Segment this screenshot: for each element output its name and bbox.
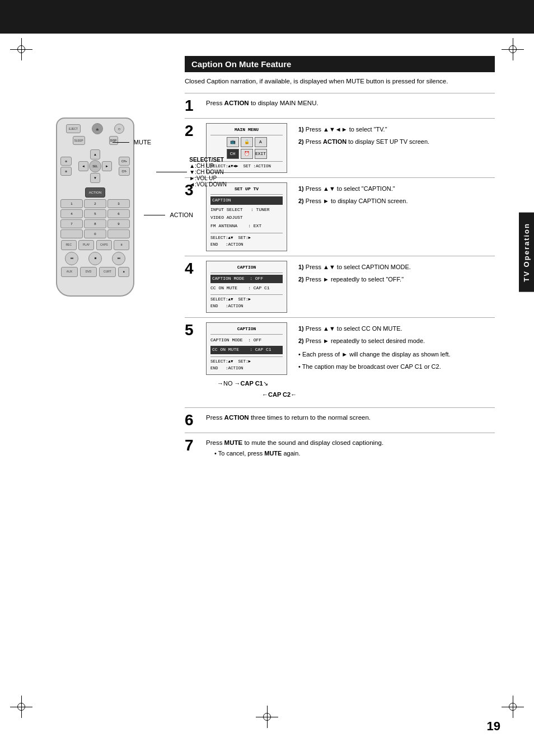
step-3-instructions: 1) Press ▲▼ to select "CAPTION." 2) Pres… [298,182,408,208]
cap-diagram: →NO →CAP C1↘ ←CAP C2← [217,378,495,401]
step-3-content: SET UP TV CAPTION INPUT SELECT : TUNER V… [206,182,495,251]
dpad-up: ▲ [90,149,100,159]
corner-mark-bl [10,696,32,718]
label-select-set: SELECT/SET [189,157,227,163]
top-bar [0,0,534,34]
remote-bottom-btns2: ⏮ ⏹ ⏭ [60,252,130,265]
screen-icon-clock: ⏰ [241,149,253,159]
center-bottom-mark [256,706,278,728]
step-1: 1 Press ACTION to display MAIN MENU. [185,93,495,118]
label-ch-down: ▼:CH DOWN [189,169,227,175]
step-5-instructions: 1) Press ▲▼ to select CC ON MUTE. 2) Pre… [298,322,451,373]
screen-setup-tv-bottom: SELECT:▲▼ SET:►END :ACTION [210,233,283,248]
corner-mark-tr [502,38,524,60]
remote-btn-eject2: ⏏ [92,123,103,134]
step-5-content: CAPTION CAPTION MODE : OFF CC ON MUTE : … [206,322,495,403]
label-vol-up: ►:VOL UP [189,175,227,181]
screen-cc-on-mute-highlight: CC ON MUTE : CAP C1 [210,346,283,354]
dpad-left: ◄ [78,161,88,171]
screen-icon-exit: EXIT [255,149,267,159]
remote-numpad: 123 456 789 0 [60,199,130,238]
screen-icon-tv: 📺 [227,137,239,147]
screen-caption-highlight: CAPTION [210,196,283,205]
screen-caption-mode-5: CAPTION MODE : OFF [210,336,283,345]
mute-label: MUTE [134,139,151,145]
mute-label-container: MUTE [113,139,151,145]
screen-icon-ch: CH [227,149,239,159]
step-2: 2 MAIN MENU 📺 🔒 A CH [185,118,495,177]
remote-btn-right-top: CH+ [119,157,130,166]
step-7: 7 Press MUTE to mute the sound and displ… [185,433,495,463]
dpad-center: SEL [89,160,101,172]
step-5-number: 5 [185,322,200,338]
remote-control: EJECT ⏏ ○ SLEEP DISP ⊕ ⊗ [42,118,148,297]
step-7-number: 7 [185,438,200,453]
page-number: 19 [487,719,500,734]
step-1-content: Press ACTION to display MAIN MENU. [206,98,495,108]
remote-btn-mute: ○ [114,124,124,134]
screen-video-adjust: VIDEO ADJUST [210,214,283,222]
label-ch-up: ▲:CH UP [189,163,227,169]
action-label: ACTION [170,212,193,218]
remote-dpad: ▲ ▼ ◄ ► SEL [78,149,112,183]
step-7-content: Press MUTE to mute the sound and display… [206,438,495,458]
remote-btn-sleep: SLEEP [73,136,85,145]
step-2-instructions: 1) Press ▲▼◄► to select "TV." 2) Press A… [298,123,429,149]
step-4-content: CAPTION CAPTION MODE : OFF CC ON MUTE : … [206,261,495,313]
remote-last-row: AUX DVD CURT ■ [60,267,130,277]
screen-icon-lang: A [255,137,267,147]
step-4-instructions: 1) Press ▲▼ to select CAPTION MODE. 2) P… [298,261,411,287]
remote-btn-left-bot: ⊗ [60,167,72,176]
select-set-labels: SELECT/SET ▲:CH UP ▼:CH DOWN ►:VOL UP ◄:… [156,157,227,187]
screen-caption-mode-highlight: CAPTION MODE : OFF [210,275,283,283]
step-4: 4 CAPTION CAPTION MODE : OFF CC ON MUTE … [185,256,495,317]
screen-icon-lock: 🔒 [241,137,253,147]
step-6: 6 Press ACTION three times to return to … [185,407,495,433]
screen-input-select: INPUT SELECT : TUNER [210,206,283,214]
remote-btn-eject: EJECT [66,124,81,133]
remote-btn-left-top: ⊕ [60,157,72,166]
screen-caption-5-bottom: SELECT:▲▼ SET:►END :ACTION [210,356,283,372]
screen-caption-4-bottom: SELECT:▲▼ SET:►END :ACTION [210,294,283,309]
step-1-number: 1 [185,98,200,114]
step-6-content: Press ACTION three times to return to th… [206,412,495,422]
step-5: 5 CAPTION CAPTION MODE : OFF CC ON MUTE … [185,317,495,407]
screen-setup-tv: SET UP TV CAPTION INPUT SELECT : TUNER V… [206,182,287,251]
side-tab-tv-operation: TV Operation [519,213,534,292]
step-6-number: 6 [185,412,200,428]
section-intro: Closed Caption narration, if available, … [185,77,495,86]
dpad-right: ► [102,161,112,171]
remote-btn-right-bot: CH- [119,167,130,176]
screen-caption-5: CAPTION CAPTION MODE : OFF CC ON MUTE : … [206,322,287,374]
screen-cc-on-mute: CC ON MUTE : CAP C1 [210,284,283,293]
screen-fm-antenna: FM ANTENNA : EXT [210,222,283,231]
step-4-number: 4 [185,261,200,276]
step-2-content: MAIN MENU 📺 🔒 A CH ⏰ EXIT SE [206,123,495,173]
action-label-container: ACTION [144,212,193,218]
step-3: 3 SET UP TV CAPTION INPUT SELECT : TUNER… [185,177,495,256]
section-header: Caption On Mute Feature [185,56,495,72]
remote-btn-action: ACTION [85,187,105,198]
dpad-down: ▼ [90,173,100,183]
step-2-number: 2 [185,123,200,139]
remote-bottom-btns: REC PLAY CAPS ⏸ [60,240,130,250]
label-vol-down: ◄:VOL DOWN [189,181,227,187]
corner-mark-br [502,696,524,718]
screen-caption-4: CAPTION CAPTION MODE : OFF CC ON MUTE : … [206,261,287,313]
